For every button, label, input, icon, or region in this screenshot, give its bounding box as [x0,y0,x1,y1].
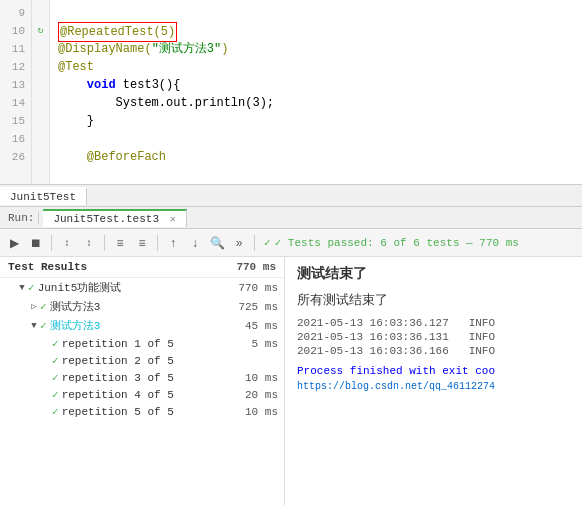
line-num: 12 [0,58,31,76]
tree-time-rep1: 5 ms [252,338,284,350]
test-status: ✓ ✓ Tests passed: 6 of 6 tests — 770 ms [264,236,519,249]
pass-icon-method3-2: ✓ [40,319,47,332]
code-lines: @RepeatedTest(5) @DisplayName("测试方法3") @… [50,0,582,184]
run-label: Run: [4,212,39,224]
tree-time-method3-2: 45 ms [245,320,284,332]
more-button[interactable]: » [229,233,249,253]
run-panel: ▶ ⏹ ↕ ↕ ≡ ≡ ↑ ↓ 🔍 » ✓ ✓ Tests passed: 6 … [0,229,582,505]
next-button[interactable]: ↓ [185,233,205,253]
tree-item-method3-1[interactable]: ▷ ✓ 测试方法3 725 ms [0,297,284,316]
tree-label-rep5: repetition 5 of 5 [62,406,245,418]
log-time-1: 2021-05-13 16:03:36.127 [297,317,449,329]
code-line-display-name: @DisplayName("测试方法3") [58,40,574,58]
pass-icon-method3-1: ✓ [40,300,47,313]
line-num: 9 [0,4,31,22]
code-line-test: @Test [58,58,574,76]
test-tree-panel[interactable]: Test Results 770 ms ▼ ✓ Junit5功能测试 770 m… [0,257,285,505]
toolbar-divider-3 [157,235,158,251]
line-num: 16 [0,130,31,148]
line-numbers: 9 10 11 12 13 14 15 16 26 [0,0,32,184]
tree-label-rep1: repetition 1 of 5 [62,338,252,350]
run-tab-label: Junit5Test.test3 [53,213,159,225]
pass-icon-rep1: ✓ [52,337,59,350]
tree-item-junit5[interactable]: ▼ ✓ Junit5功能测试 770 ms [0,278,284,297]
line-num: 26 [0,148,31,166]
run-tab-bar: Run: Junit5Test.test3 ✕ [0,207,582,229]
gutter: ↻ [32,0,50,184]
log-level-1: INFO [469,317,495,329]
sort-button[interactable]: ↕ [79,233,99,253]
expand-arrow-method3-2: ▼ [28,321,40,331]
expand-arrow-junit5: ▼ [16,283,28,293]
pass-icon-rep2: ✓ [52,354,59,367]
editor-tab-bar: Junit5Test [0,185,582,207]
line-num: 13 [0,76,31,94]
code-line-repeated-test: @RepeatedTest(5) [58,22,574,40]
log-time-3: 2021-05-13 16:03:36.166 [297,345,449,357]
code-editor: 9 10 11 12 13 14 15 16 26 ↻ @RepeatedTes… [0,0,582,185]
tree-time-junit5: 770 ms [238,282,284,294]
tree-time-method3-1: 725 ms [238,301,284,313]
rerun-button[interactable]: ↕ [57,233,77,253]
tree-label-junit5: Junit5功能测试 [38,280,239,295]
line-num: 15 [0,112,31,130]
line-num: 10 [0,22,31,40]
tree-time-rep4: 20 ms [245,389,284,401]
stop-button[interactable]: ⏹ [26,233,46,253]
tree-item-method3-2[interactable]: ▼ ✓ 测试方法3 45 ms [0,316,284,335]
collapse-button[interactable]: ≡ [132,233,152,253]
output-subtitle: 所有测试结束了 [297,291,570,309]
tree-label-rep2: repetition 2 of 5 [62,355,278,367]
pass-icon-rep4: ✓ [52,388,59,401]
code-line-close: } [58,112,574,130]
run-tab[interactable]: Junit5Test.test3 ✕ [43,209,186,227]
output-log-2: 2021-05-13 16:03:36.131 INFO [297,331,570,343]
log-level-2: INFO [469,331,495,343]
tree-item-rep3[interactable]: ✓ repetition 3 of 5 10 ms [0,369,284,386]
tree-item-rep2[interactable]: ✓ repetition 2 of 5 [0,352,284,369]
search-button[interactable]: 🔍 [207,233,227,253]
editor-tab-filename: Junit5Test [0,187,87,205]
pass-icon-rep5: ✓ [52,405,59,418]
output-log-3: 2021-05-13 16:03:36.166 INFO [297,345,570,357]
tree-label-method3-1: 测试方法3 [50,299,239,314]
tree-total-time: 770 ms [236,261,276,273]
output-process: Process finished with exit coo [297,365,570,377]
check-icon: ✓ [264,236,271,249]
tree-header-label: Test Results [8,261,87,273]
tree-label-method3-2: 测试方法3 [50,318,245,333]
output-log-1: 2021-05-13 16:03:36.127 INFO [297,317,570,329]
tab-close-icon[interactable]: ✕ [170,214,176,225]
output-panel: 测试结束了 所有测试结束了 2021-05-13 16:03:36.127 IN… [285,257,582,505]
tree-time-rep3: 10 ms [245,372,284,384]
run-button[interactable]: ▶ [4,233,24,253]
line-num: 11 [0,40,31,58]
log-level-3: INFO [469,345,495,357]
annotation-repeated-test: @RepeatedTest(5) [58,22,177,42]
expand-button[interactable]: ≡ [110,233,130,253]
toolbar-divider-4 [254,235,255,251]
expand-arrow-method3-1: ▷ [28,301,40,312]
code-line [58,4,574,22]
pass-icon-junit5: ✓ [28,281,35,294]
tree-item-rep4[interactable]: ✓ repetition 4 of 5 20 ms [0,386,284,403]
status-text: ✓ Tests passed: 6 of 6 tests — 770 ms [275,236,519,249]
log-time-2: 2021-05-13 16:03:36.131 [297,331,449,343]
output-link[interactable]: https://blog.csdn.net/qq_46112274 [297,381,570,392]
code-line-before-each: @BeforeFach [58,148,574,166]
tree-label-rep4: repetition 4 of 5 [62,389,245,401]
prev-button[interactable]: ↑ [163,233,183,253]
code-line-method: void test3(){ [58,76,574,94]
run-toolbar: ▶ ⏹ ↕ ↕ ≡ ≡ ↑ ↓ 🔍 » ✓ ✓ Tests passed: 6 … [0,229,582,257]
tree-time-rep5: 10 ms [245,406,284,418]
tree-header: Test Results 770 ms [0,257,284,278]
code-line-body: System.out.println(3); [58,94,574,112]
line-num: 14 [0,94,31,112]
output-title: 测试结束了 [297,265,570,283]
tree-item-rep1[interactable]: ✓ repetition 1 of 5 5 ms [0,335,284,352]
tree-item-rep5[interactable]: ✓ repetition 5 of 5 10 ms [0,403,284,420]
toolbar-divider [51,235,52,251]
run-content: Test Results 770 ms ▼ ✓ Junit5功能测试 770 m… [0,257,582,505]
pass-icon-rep3: ✓ [52,371,59,384]
toolbar-divider-2 [104,235,105,251]
